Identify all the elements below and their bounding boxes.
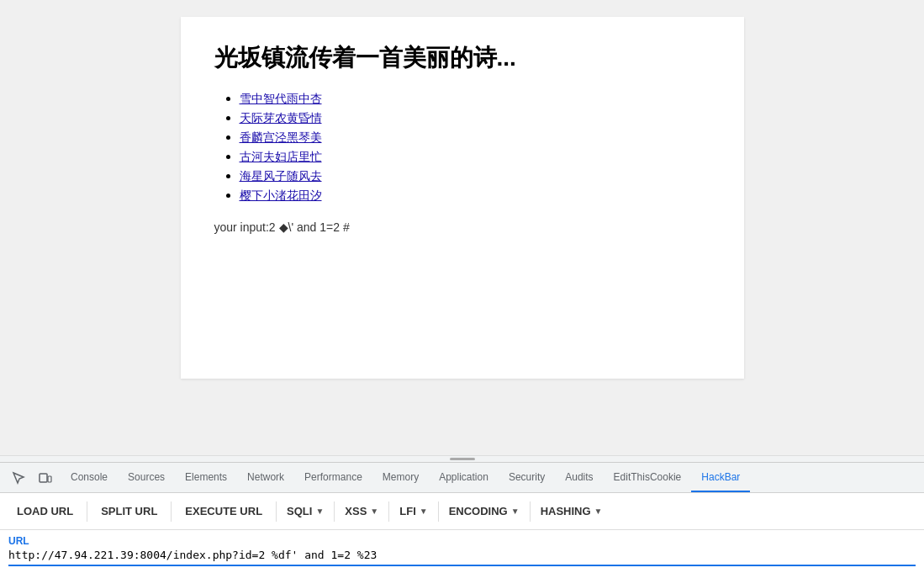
- separator-3: [276, 501, 277, 522]
- xss-arrow: ▼: [370, 507, 378, 516]
- svg-rect-1: [48, 476, 51, 482]
- poem-link[interactable]: 古河夫妇店里忙: [240, 150, 322, 163]
- poem-link[interactable]: 香麟宫泾黑琴美: [240, 130, 322, 144]
- lfi-dropdown[interactable]: LFI ▼: [394, 500, 432, 523]
- lfi-arrow: ▼: [420, 507, 428, 516]
- hashing-dropdown[interactable]: HASHING ▼: [536, 500, 608, 523]
- separator-2: [171, 501, 172, 522]
- devtools-tabs: ConsoleSourcesElementsNetworkPerformance…: [0, 463, 924, 493]
- device-toggle-icon[interactable]: [34, 466, 57, 490]
- page-title: 光坂镇流传着一首美丽的诗...: [214, 42, 710, 74]
- xss-dropdown[interactable]: XSS ▼: [340, 500, 383, 523]
- hackbar-toolbar: LOAD URL SPLIT URL EXECUTE URL SQLI ▼ XS…: [0, 493, 924, 530]
- url-input[interactable]: [8, 549, 916, 561]
- separator-4: [334, 501, 335, 522]
- devtools-tab-elements[interactable]: Elements: [175, 463, 237, 492]
- separator-1: [87, 501, 87, 522]
- devtools-tab-console[interactable]: Console: [61, 463, 118, 492]
- browser-content: 光坂镇流传着一首美丽的诗... 雪中智代雨中杏天际芽农黄昏情香麟宫泾黑琴美古河夫…: [0, 0, 924, 455]
- sqli-dropdown[interactable]: SQLI ▼: [282, 500, 329, 523]
- hackbar-url-area: URL: [0, 530, 924, 573]
- list-item: 天际芽农黄昏情: [240, 110, 710, 126]
- hashing-arrow: ▼: [594, 507, 603, 516]
- load-url-button[interactable]: LOAD URL: [8, 500, 82, 523]
- devtools-drag-handle[interactable]: [0, 455, 924, 462]
- separator-5: [388, 501, 389, 522]
- devtools-tab-sources[interactable]: Sources: [118, 463, 175, 492]
- poem-link[interactable]: 樱下小渚花田汐: [240, 188, 322, 202]
- devtools-tab-audits[interactable]: Audits: [555, 463, 603, 492]
- devtools-tab-hackbar[interactable]: HackBar: [691, 463, 750, 492]
- encoding-arrow: ▼: [511, 507, 520, 516]
- list-item: 香麟宫泾黑琴美: [240, 130, 710, 146]
- encoding-dropdown[interactable]: ENCODING ▼: [444, 500, 525, 523]
- devtools-panel: ConsoleSourcesElementsNetworkPerformance…: [0, 462, 924, 573]
- svg-rect-0: [40, 474, 47, 482]
- devtools-tab-performance[interactable]: Performance: [294, 463, 372, 492]
- separator-6: [438, 501, 439, 522]
- list-item: 樱下小渚花田汐: [240, 188, 710, 204]
- drag-indicator: [450, 458, 475, 460]
- devtools-tabs-list: ConsoleSourcesElementsNetworkPerformance…: [61, 463, 750, 492]
- poem-link[interactable]: 海星风子随风去: [240, 169, 322, 183]
- devtools-tab-security[interactable]: Security: [499, 463, 555, 492]
- split-url-button[interactable]: SPLIT URL: [92, 500, 166, 523]
- list-item: 海星风子随风去: [240, 168, 710, 184]
- devtools-tab-application[interactable]: Application: [429, 463, 499, 492]
- poem-link[interactable]: 雪中智代雨中杏: [240, 92, 322, 105]
- devtools-tab-network[interactable]: Network: [237, 463, 294, 492]
- devtools-tab-memory[interactable]: Memory: [372, 463, 429, 492]
- inspect-icon[interactable]: [7, 466, 30, 490]
- devtools-tab-editthiscookie[interactable]: EditThisCookie: [604, 463, 692, 492]
- execute-url-button[interactable]: EXECUTE URL: [177, 500, 271, 523]
- url-label: URL: [8, 535, 916, 547]
- page-card: 光坂镇流传着一首美丽的诗... 雪中智代雨中杏天际芽农黄昏情香麟宫泾黑琴美古河夫…: [181, 17, 744, 379]
- list-item: 古河夫妇店里忙: [240, 149, 710, 165]
- input-display: your input:2 ◆\' and 1=2 #: [214, 220, 710, 234]
- sqli-arrow: ▼: [315, 507, 324, 516]
- separator-7: [530, 501, 531, 522]
- poem-link[interactable]: 天际芽农黄昏情: [240, 111, 322, 125]
- list-item: 雪中智代雨中杏: [240, 91, 710, 107]
- url-underline: [8, 565, 916, 566]
- poem-list: 雪中智代雨中杏天际芽农黄昏情香麟宫泾黑琴美古河夫妇店里忙海星风子随风去樱下小渚花…: [214, 91, 710, 204]
